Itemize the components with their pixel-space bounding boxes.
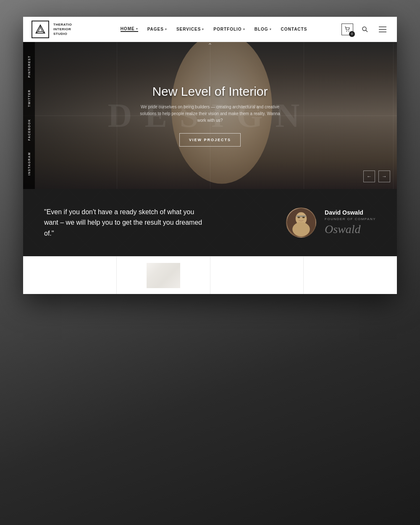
- svg-rect-15: [297, 215, 306, 217]
- nav-item-contacts[interactable]: CONTACTS: [281, 27, 307, 32]
- person-name: David Oswald: [325, 209, 376, 216]
- chevron-down-icon: ▾: [270, 28, 272, 31]
- social-twitter[interactable]: TWITTER: [26, 84, 32, 113]
- social-pinterest[interactable]: PINTEREST: [26, 50, 32, 84]
- nav-item-blog[interactable]: BLOG ▾: [255, 27, 272, 32]
- bottom-col-3: [210, 257, 304, 294]
- cart-button[interactable]: 0: [341, 24, 353, 35]
- search-button[interactable]: [359, 24, 371, 35]
- svg-point-5: [346, 31, 347, 32]
- person-avatar: [286, 207, 316, 238]
- chevron-down-icon: ▾: [136, 27, 138, 31]
- browser-window: THERATIO INTERIOR STUDIO HOME ▾ PAGES ▾ …: [23, 17, 397, 294]
- bottom-col-1: [23, 257, 117, 294]
- svg-point-16: [298, 217, 300, 218]
- person-role: FOUNDER OF COMPANY: [325, 217, 376, 221]
- nav-item-pages[interactable]: PAGES ▾: [147, 27, 167, 32]
- chevron-down-icon: ▾: [165, 28, 167, 31]
- svg-point-7: [362, 27, 366, 31]
- hero-subtitle: We pride ourselves on being builders — c…: [139, 104, 281, 124]
- svg-point-14: [292, 222, 310, 236]
- person-info: David Oswald FOUNDER OF COMPANY Oswald: [325, 209, 376, 236]
- quote-text-area: "Even if you don't have a ready sketch o…: [44, 207, 269, 239]
- quote-person: David Oswald FOUNDER OF COMPANY Oswald: [286, 207, 376, 238]
- chevron-down-icon: ▾: [202, 28, 204, 31]
- social-sidebar: PINTEREST TWITTER FACEBOOK INSTAGRAM: [23, 42, 35, 189]
- slider-prev-button[interactable]: ←: [363, 171, 375, 182]
- quote-text: "Even if you don't have a ready sketch o…: [44, 207, 204, 239]
- hero-title: New Level of Interior: [152, 84, 268, 99]
- bottom-col-4: [304, 257, 397, 294]
- bottom-section: [23, 256, 397, 294]
- nav-item-services[interactable]: SERVICES ▾: [176, 27, 204, 32]
- chevron-down-icon: ▾: [243, 28, 245, 31]
- nav-item-home[interactable]: HOME ▾: [121, 26, 138, 32]
- slider-controls: ← →: [363, 171, 390, 182]
- person-signature: Oswald: [325, 223, 376, 236]
- scroll-up-indicator[interactable]: ⌃: [207, 42, 213, 49]
- bottom-col-2: [117, 257, 210, 294]
- slider-next-button[interactable]: →: [378, 171, 390, 182]
- cart-badge: 0: [349, 31, 355, 37]
- hero-content: DESIGN New Level of Interior We pride ou…: [23, 42, 397, 189]
- social-instagram[interactable]: INSTAGRAM: [26, 146, 32, 181]
- logo-area[interactable]: THERATIO INTERIOR STUDIO: [32, 21, 78, 38]
- main-nav: HOME ▾ PAGES ▾ SERVICES ▾ PORTFOLIO ▾ BL…: [86, 26, 341, 32]
- svg-point-6: [349, 31, 349, 32]
- nav-item-portfolio[interactable]: PORTFOLIO ▾: [213, 27, 245, 32]
- social-facebook[interactable]: FACEBOOK: [26, 113, 32, 147]
- hamburger-menu-button[interactable]: [377, 24, 388, 35]
- quote-section: "Even if you don't have a ready sketch o…: [23, 189, 397, 256]
- svg-point-17: [302, 217, 305, 218]
- logo-text: THERATIO INTERIOR STUDIO: [53, 22, 72, 37]
- view-projects-button[interactable]: VIEW PROJECTS: [179, 133, 241, 147]
- header-actions: 0: [341, 24, 388, 35]
- marble-texture: [147, 263, 180, 288]
- site-header: THERATIO INTERIOR STUDIO HOME ▾ PAGES ▾ …: [23, 17, 397, 42]
- logo-icon: [32, 21, 49, 38]
- hero-section: PINTEREST TWITTER FACEBOOK INSTAGRAM ⌃ D…: [23, 42, 397, 189]
- svg-line-8: [366, 30, 368, 32]
